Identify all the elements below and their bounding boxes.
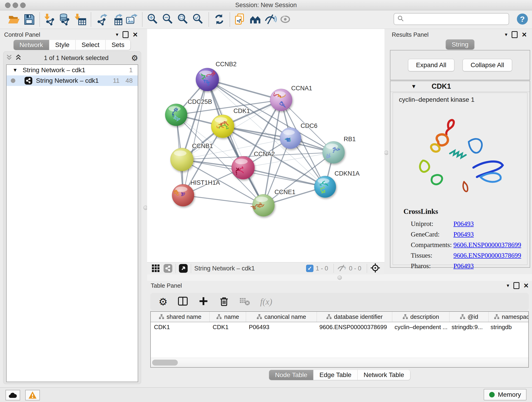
tab-edge-table[interactable]: Edge Table [313,370,358,380]
expand-all-button[interactable]: Expand All [408,59,454,71]
apply-preferred-layout-button[interactable] [212,12,227,27]
table-panel-menu-icon[interactable]: ▾ [507,283,509,288]
warnings-button[interactable] [25,390,40,400]
crosslink-link[interactable]: P06493 [453,230,474,238]
table-row[interactable]: CDK1CDK1P064939606.ENSP00000378699cyclin… [151,322,528,332]
export-network-button[interactable] [94,12,109,27]
birdseye-view-icon[interactable] [179,264,188,273]
network-node-CCNA2[interactable] [232,156,254,179]
hide-selected-button[interactable] [263,12,278,27]
function-builder-icon[interactable]: f(x) [260,297,272,307]
first-neighbors-button[interactable] [248,12,263,27]
create-column-plus-icon[interactable] [198,296,209,307]
results-panel-menu-icon[interactable]: ▾ [505,32,507,38]
network-options-gear-icon[interactable]: ⚙ [131,53,138,63]
import-network-database-button[interactable] [58,12,73,27]
tab-string[interactable]: String [446,39,474,50]
network-edge[interactable] [243,168,325,187]
crosslink-link[interactable]: 9606.ENSP00000378699 [453,241,521,249]
grid-view-icon[interactable] [151,263,160,274]
cell-description[interactable]: cyclin–dependent ... [391,324,448,331]
cell-database-identifier[interactable]: 9606.ENSP00000378699 [316,324,391,331]
network-edge[interactable] [183,80,207,195]
collapse-all-networks-icon[interactable] [6,54,12,62]
crosslink-link[interactable]: 9606.ENSP00000378699 [453,252,521,259]
column-header-namespac[interactable]: namespac [489,312,528,322]
export-table-button[interactable] [109,12,124,27]
zoom-out-button[interactable] [160,12,176,27]
cell-shared-name[interactable]: CDK1 [151,324,209,331]
network-node-HIST1H1A[interactable] [172,184,194,206]
expand-all-networks-icon[interactable] [15,54,21,62]
control-panel-float-icon[interactable] [123,31,128,38]
network-edge[interactable] [223,126,334,153]
cell-@id[interactable]: stringdb:9... [448,324,487,331]
zoom-fit-content-button[interactable] [176,12,191,27]
results-panel-float-icon[interactable] [512,31,518,38]
delete-column-trash-icon[interactable] [219,296,229,307]
horizontal-splitter-handle[interactable] [337,275,342,280]
delete-table-icon[interactable] [239,296,250,307]
control-panel-close-icon[interactable]: ✕ [133,31,138,38]
network-row[interactable]: String Network – cdk1 11 48 [7,75,138,86]
scrollbar-thumb[interactable] [152,360,178,366]
column-header-@id[interactable]: @id [450,312,489,322]
search-box[interactable] [394,13,509,25]
network-node-CDC25B[interactable] [165,104,187,126]
selected-nodes-checkbox-icon[interactable]: ✓ [306,265,313,272]
table-horizontal-scrollbar[interactable] [151,358,528,367]
cloud-button[interactable] [6,390,20,400]
network-canvas[interactable]: CCNB2CCNA1CDC25BCDK1CDC6RB1CCNB1CCNA2CDK… [147,29,385,262]
network-edge[interactable] [207,80,264,205]
save-session-button[interactable] [22,12,37,27]
zoom-in-button[interactable] [145,12,160,27]
tab-style[interactable]: Style [49,40,76,50]
help-button[interactable]: ? [517,13,528,25]
show-columns-icon[interactable] [177,296,188,307]
crosslink-link[interactable]: P06493 [453,262,474,270]
cell-namespac[interactable]: stringdb [487,324,528,331]
table-panel-close-icon[interactable]: ✕ [524,282,529,289]
open-session-button[interactable] [6,12,22,27]
tab-network-table[interactable]: Network Table [358,370,410,380]
hidden-eye-icon[interactable] [337,264,347,273]
network-edge[interactable] [183,195,264,205]
tab-network[interactable]: Network [13,40,49,50]
network-node-CDC6[interactable] [280,128,301,149]
network-node-CDK1[interactable] [211,115,234,138]
string-view-icon[interactable] [164,264,172,273]
fit-selected-crosshair-icon[interactable] [370,263,380,274]
gene-header-row[interactable]: ▼ CDK1 [390,81,530,92]
column-header-description[interactable]: description [392,312,450,322]
column-header-canonical-name[interactable]: canonical name [246,312,317,322]
results-panel-close-icon[interactable]: ✕ [522,31,527,38]
table-panel-float-icon[interactable] [513,282,519,289]
network-collection-row[interactable]: ▼ String Network – cdk1 1 [7,65,138,75]
column-header-database-identifier[interactable]: database identifier [317,312,392,322]
column-header-shared-name[interactable]: shared name [151,312,210,322]
collection-expander-icon[interactable]: ▼ [13,67,18,73]
gene-expander-icon[interactable]: ▼ [411,83,417,89]
import-network-file-button[interactable] [43,12,58,27]
search-input[interactable] [406,15,509,23]
cell-canonical-name[interactable]: P06493 [246,324,316,331]
memory-button[interactable]: Memory [484,389,526,400]
network-node-CCNA1[interactable] [270,89,292,111]
show-all-button[interactable] [278,12,293,27]
network-node-CCNB2[interactable] [196,68,219,91]
table-settings-gear-icon[interactable]: ⚙ [158,296,167,307]
crosslink-link[interactable]: P06493 [453,220,474,228]
column-header-name[interactable]: name [210,312,246,322]
zoom-selected-button[interactable] [191,12,206,27]
export-image-button[interactable] [124,12,139,27]
tab-sets[interactable]: Sets [106,40,130,50]
cell-name[interactable]: CDK1 [209,324,246,331]
tab-node-table[interactable]: Node Table [269,370,313,380]
network-node-RB1[interactable] [323,141,345,163]
collapse-all-button[interactable]: Collapse All [462,59,512,71]
network-node-CCNB1[interactable] [171,148,193,171]
control-panel-menu-icon[interactable]: ▾ [116,32,118,38]
tab-select[interactable]: Select [76,40,106,50]
network-node-CCNE1[interactable] [251,194,274,216]
network-node-CDKN1A[interactable] [314,176,336,198]
